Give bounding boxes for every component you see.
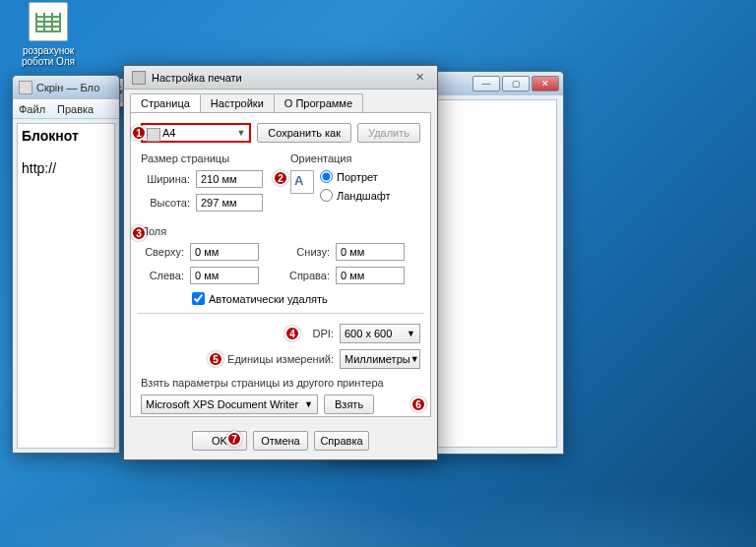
dialog-titlebar[interactable]: Настройка печати ✕ bbox=[124, 66, 437, 90]
maximize-button[interactable]: ▢ bbox=[502, 76, 530, 91]
tab-settings[interactable]: Настройки bbox=[200, 93, 275, 112]
tab-page[interactable]: Страница bbox=[130, 93, 201, 112]
orientation-label: Ориентация bbox=[290, 152, 420, 164]
callout-5: 5 bbox=[208, 351, 223, 367]
dialog-icon bbox=[132, 71, 146, 85]
menu-edit[interactable]: Правка bbox=[57, 103, 94, 115]
height-label: Высота: bbox=[141, 197, 190, 209]
dialog-body: 1 A4 ▼ Сохранить как Удалить Размер стра… bbox=[130, 112, 431, 417]
margin-top-input[interactable] bbox=[190, 243, 259, 261]
chevron-down-icon: ▼ bbox=[410, 354, 419, 364]
take-from-label: Взять параметры страницы из другого прин… bbox=[141, 377, 420, 389]
units-label: Единицы измерений: bbox=[227, 353, 334, 365]
page-size-label: Размер страницы bbox=[141, 152, 271, 164]
callout-4: 4 bbox=[284, 326, 300, 341]
paper-preset-combo[interactable]: A4 ▼ bbox=[141, 123, 251, 143]
notepad-content[interactable]: Блокнот http:// bbox=[18, 124, 114, 181]
chevron-down-icon: ▼ bbox=[304, 399, 313, 409]
menu-file[interactable]: Файл bbox=[19, 103, 45, 115]
width-input[interactable] bbox=[196, 170, 263, 188]
left-label: Слева: bbox=[141, 270, 184, 281]
print-setup-dialog: Настройка печати ✕ Страница Настройки О … bbox=[123, 65, 438, 460]
dpi-label: DPI: bbox=[313, 328, 334, 339]
callout-1: 1 bbox=[131, 125, 147, 141]
margin-right-input[interactable] bbox=[336, 267, 405, 284]
tab-about[interactable]: О Программе bbox=[274, 93, 363, 112]
dialog-close-icon[interactable]: ✕ bbox=[410, 71, 429, 84]
callout-2: 2 bbox=[273, 170, 288, 186]
height-input[interactable] bbox=[196, 194, 263, 212]
units-select[interactable]: Миллиметры▼ bbox=[340, 349, 420, 369]
notepad-icon bbox=[19, 81, 32, 94]
notepad-title: Скрін — Бло bbox=[36, 82, 99, 93]
save-as-button[interactable]: Сохранить как bbox=[257, 123, 351, 143]
chevron-down-icon: ▼ bbox=[407, 329, 415, 338]
notepad-titlebar[interactable]: Скрін — Бло bbox=[13, 76, 119, 99]
excel-file-icon bbox=[29, 2, 68, 41]
minimize-button[interactable]: — bbox=[472, 76, 500, 91]
chevron-down-icon: ▼ bbox=[236, 128, 245, 138]
help-button[interactable]: Справка bbox=[314, 431, 369, 451]
width-label: Ширина: bbox=[141, 173, 190, 185]
landscape-radio[interactable]: Ландшафт bbox=[320, 189, 391, 202]
bottom-label: Снизу: bbox=[286, 246, 330, 258]
notepad-menubar: Файл Правка bbox=[13, 99, 119, 119]
delete-button: Удалить bbox=[357, 123, 420, 143]
dpi-select[interactable]: 600 x 600▼ bbox=[340, 324, 420, 343]
right-label: Справа: bbox=[286, 270, 330, 281]
callout-7: 7 bbox=[226, 431, 242, 447]
notepad-window: Скрін — Бло Файл Правка Блокнот http:// bbox=[12, 75, 120, 454]
portrait-radio[interactable]: Портрет bbox=[320, 170, 391, 183]
cancel-button[interactable]: Отмена bbox=[253, 431, 308, 451]
printer-select[interactable]: Microsoft XPS Document Writer▼ bbox=[141, 395, 318, 414]
margin-left-input[interactable] bbox=[190, 267, 259, 284]
dialog-tabs: Страница Настройки О Программе bbox=[124, 90, 437, 112]
dialog-footer: 7 OK Отмена Справка bbox=[124, 423, 437, 458]
desktop-shortcut[interactable]: розрахунок роботи Оля bbox=[14, 2, 83, 67]
take-button[interactable]: Взять bbox=[324, 395, 374, 414]
top-label: Сверху: bbox=[141, 246, 184, 258]
close-button[interactable]: ✕ bbox=[532, 76, 559, 91]
dialog-title-text: Настройка печати bbox=[152, 72, 242, 84]
auto-delete-checkbox[interactable]: Автоматически удалять bbox=[192, 292, 420, 305]
callout-3: 3 bbox=[131, 225, 147, 241]
paper-preset-value: A4 bbox=[162, 127, 175, 139]
margin-bottom-input[interactable] bbox=[336, 243, 405, 261]
orientation-preview-icon bbox=[290, 170, 314, 194]
desktop-shortcut-label: розрахунок роботи Оля bbox=[14, 45, 83, 67]
callout-6: 6 bbox=[410, 396, 426, 412]
